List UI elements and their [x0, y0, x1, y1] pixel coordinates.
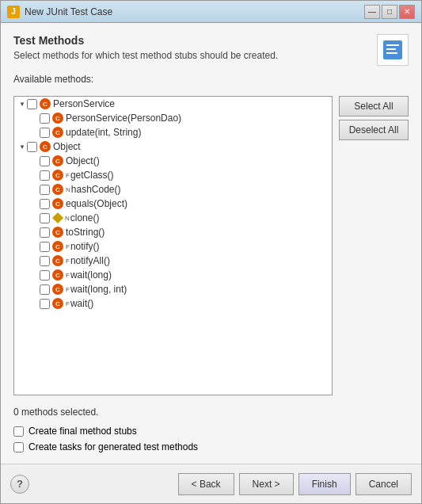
tree-item-label: wait() — [70, 298, 93, 309]
expand-arrow[interactable] — [30, 156, 40, 166]
tree-checkbox[interactable] — [40, 242, 50, 252]
badge-circle: C — [52, 255, 63, 266]
badge-circle: C — [52, 127, 63, 138]
expand-arrow[interactable] — [30, 185, 40, 194]
tasks-checkbox[interactable] — [13, 442, 24, 452]
minimize-button[interactable]: — — [364, 5, 380, 19]
svg-rect-1 — [386, 44, 399, 46]
sup-letter: N — [65, 215, 70, 222]
badge-circle: C — [52, 241, 63, 252]
badge-circle: C — [52, 227, 63, 238]
title-bar: J New JUnit Test Case — □ ✕ — [1, 1, 421, 23]
tree-item-label: Object — [53, 141, 81, 152]
tree-item-label: equals(Object) — [66, 198, 127, 209]
tree-checkbox[interactable] — [40, 113, 50, 124]
next-button[interactable]: Next > — [239, 473, 294, 495]
maximize-button[interactable]: □ — [382, 5, 397, 19]
tree-row[interactable]: CFgetClass() — [14, 168, 332, 182]
tree-row[interactable]: Nclone() — [14, 211, 332, 225]
expand-arrow[interactable] — [30, 199, 40, 208]
tree-item-label: notify() — [70, 241, 100, 252]
tree-checkbox[interactable] — [40, 170, 50, 181]
finish-button[interactable]: Finish — [298, 473, 351, 495]
bottom-bar: ? < Back Next > Finish Cancel — [1, 464, 421, 503]
close-button[interactable]: ✕ — [399, 5, 415, 19]
sup-letter: F — [66, 272, 70, 279]
tree-checkbox[interactable] — [40, 213, 50, 223]
svg-rect-3 — [386, 52, 397, 54]
expand-arrow[interactable]: ▼ — [17, 99, 27, 109]
tree-row[interactable]: Cupdate(int, String) — [14, 125, 332, 139]
tree-item-label: wait(long, int) — [70, 284, 127, 295]
expand-arrow[interactable] — [30, 284, 40, 294]
status-text: 0 methods selected. — [13, 407, 409, 418]
expand-arrow[interactable] — [30, 113, 40, 123]
header-section: Test Methods Select methods for which te… — [13, 34, 409, 66]
select-all-button[interactable]: Select All — [339, 96, 409, 116]
tree-row[interactable]: CFwait(long, int) — [14, 282, 332, 296]
sup-letter: F — [66, 172, 70, 179]
sup-letter: F — [66, 300, 70, 307]
tree-item-label: PersonService(PersonDao) — [66, 113, 181, 124]
final-stubs-label: Create final method stubs — [29, 426, 137, 437]
help-button[interactable]: ? — [10, 475, 29, 494]
cancel-button[interactable]: Cancel — [355, 473, 412, 495]
tasks-checkbox-row[interactable]: Create tasks for generated test methods — [13, 441, 409, 452]
tree-checkbox[interactable] — [40, 284, 50, 295]
tree-checkbox[interactable] — [40, 156, 50, 166]
tree-checkbox[interactable] — [40, 128, 50, 138]
tree-checkbox[interactable] — [40, 256, 50, 266]
window-controls: — □ ✕ — [364, 5, 415, 19]
tree-row[interactable]: ▼CObject — [14, 139, 332, 154]
tree-checkbox[interactable] — [40, 185, 50, 195]
tree-item-label: wait(long) — [70, 269, 112, 281]
badge-circle: C — [52, 284, 63, 295]
tree-item-label: getClass() — [70, 170, 114, 181]
header-icon — [377, 34, 409, 66]
tree-checkbox[interactable] — [27, 142, 37, 152]
tree-row[interactable]: CFwait(long) — [14, 268, 332, 282]
tree-row[interactable]: CObject() — [14, 154, 332, 168]
tree-row[interactable]: CNhashCode() — [14, 182, 332, 197]
badge-circle: C — [40, 98, 51, 109]
deselect-all-button[interactable]: Deselect All — [339, 120, 409, 140]
available-methods-label: Available methods: — [13, 74, 409, 85]
back-button[interactable]: < Back — [178, 473, 234, 495]
expand-arrow[interactable] — [30, 213, 40, 223]
expand-arrow[interactable] — [30, 270, 40, 280]
tree-row[interactable]: ▼CPersonService — [14, 97, 332, 111]
final-stubs-checkbox-row[interactable]: Create final method stubs — [13, 426, 409, 437]
tree-row[interactable]: CFwait() — [14, 296, 332, 311]
checkboxes-section: Create final method stubs Create tasks f… — [13, 426, 409, 452]
window-title: New JUnit Test Case — [25, 6, 364, 17]
expand-arrow[interactable] — [30, 227, 40, 237]
tree-row[interactable]: Cequals(Object) — [14, 197, 332, 211]
badge-circle: C — [52, 170, 63, 181]
expand-arrow[interactable]: ▼ — [17, 142, 27, 151]
window-icon: J — [7, 6, 20, 18]
tree-checkbox[interactable] — [40, 299, 50, 309]
sup-letter: F — [66, 243, 70, 250]
tree-checkbox[interactable] — [27, 99, 37, 109]
expand-arrow[interactable] — [30, 256, 40, 265]
tree-item-label: PersonService — [53, 98, 115, 109]
expand-arrow[interactable] — [30, 170, 40, 180]
methods-area: ▼CPersonServiceCPersonService(PersonDao)… — [13, 96, 409, 395]
tree-checkbox[interactable] — [40, 199, 50, 209]
tree-row[interactable]: CFnotifyAll() — [14, 254, 332, 268]
tree-item-label: update(int, String) — [66, 127, 141, 138]
junit-icon-svg — [382, 39, 404, 61]
tree-checkbox[interactable] — [40, 227, 50, 238]
tree-row[interactable]: CPersonService(PersonDao) — [14, 111, 332, 125]
main-content: Test Methods Select methods for which te… — [1, 23, 421, 464]
badge-circle: C — [52, 184, 63, 195]
tree-checkbox[interactable] — [40, 270, 50, 281]
tree-container[interactable]: ▼CPersonServiceCPersonService(PersonDao)… — [13, 96, 333, 395]
sup-letter: N — [66, 186, 70, 193]
expand-arrow[interactable] — [30, 242, 40, 251]
expand-arrow[interactable] — [30, 128, 40, 137]
tree-row[interactable]: CFnotify() — [14, 239, 332, 254]
final-stubs-checkbox[interactable] — [13, 426, 24, 437]
expand-arrow[interactable] — [30, 299, 40, 308]
tree-row[interactable]: CtoString() — [14, 225, 332, 239]
